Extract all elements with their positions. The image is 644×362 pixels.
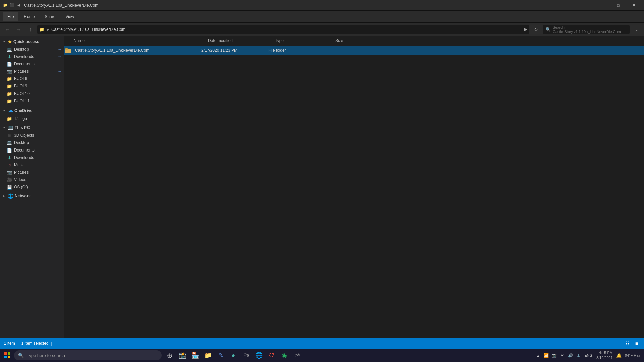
sidebar-item-osc[interactable]: 💾 OS (C:) (0, 183, 64, 191)
sidebar-item-buoi11[interactable]: 📁 BUOI 11 (0, 97, 64, 105)
ribbon-tab-file[interactable]: File (3, 12, 18, 21)
sidebar-item-desktop-qa[interactable]: 💻 Desktop ➙ (0, 46, 64, 53)
sidebar-item-music[interactable]: ♫ Music (0, 161, 64, 169)
sidebar-icon-star: ★ (8, 39, 12, 44)
sidebar-section-network[interactable]: ► 🌐 Network (0, 192, 64, 200)
tray-chevron[interactable]: ▲ (535, 349, 541, 361)
taskbar-app-fileexplorer[interactable]: 📁 (202, 349, 214, 361)
quick-access-chevron: ▼ (3, 40, 6, 43)
sidebar-label-buoi10: BUOI 10 (14, 91, 30, 96)
taskbar-app-ps[interactable]: Ps (240, 349, 252, 361)
folder-icon-tailieu: 📁 (7, 116, 12, 121)
sidebar-item-documents-qa[interactable]: 📄 Documents ➙ (0, 60, 64, 68)
sidebar-item-pictures-pc[interactable]: 📷 Pictures (0, 169, 64, 176)
taskbar-search[interactable]: 🔍 Type here to search (14, 350, 162, 360)
desktop-pc-icon: 💻 (7, 140, 12, 145)
clock[interactable]: 4:15 PM 8/19/2021 (595, 350, 614, 361)
back-button[interactable]: ← (3, 25, 12, 34)
title-bar-icons: 📁 ⬛ ◀ (3, 3, 21, 8)
sidebar-item-buoi9[interactable]: 📁 BUOI 9 (0, 82, 64, 90)
weather[interactable]: 94°F Rain (624, 353, 643, 358)
status-right: ☷ ■ (624, 340, 640, 347)
notification-icon[interactable]: 🔔 (615, 349, 622, 361)
taskbar-search-placeholder: Type here to search (26, 353, 65, 358)
address-path[interactable]: Castle.Story.v1.1.10a_LinkNeverDie.Com (51, 27, 522, 32)
pin-icon-desktop: ➙ (58, 48, 61, 51)
sidebar-section-quick-access[interactable]: ▼ ★ Quick access (0, 38, 64, 46)
expand-button[interactable]: ⌄ (632, 25, 641, 34)
sidebar-item-3dobjects[interactable]: ◾ 3D Objects (0, 132, 64, 139)
tray-input[interactable]: ⚓ (575, 349, 582, 361)
minimize-button[interactable]: – (595, 0, 610, 11)
sidebar-item-pictures-qa[interactable]: 📷 Pictures ➙ (0, 68, 64, 75)
sidebar-item-buoi6[interactable]: 📁 BUOI 6 (0, 75, 64, 82)
back-icon: ◀ (16, 3, 21, 8)
maximize-button[interactable]: □ (610, 0, 626, 11)
tray-volume[interactable]: 🔊 (567, 349, 574, 361)
status-item-count: 1 item (4, 341, 15, 346)
ribbon-tab-home[interactable]: Home (19, 12, 39, 21)
taskbar-language[interactable]: ENG (583, 353, 594, 358)
refresh-button[interactable]: ↻ (531, 25, 541, 34)
content-area: Name Date modified Type Size Castle.Stor… (64, 36, 644, 338)
task-view-button[interactable]: ⨁ (164, 349, 176, 361)
title-bar: 📁 ⬛ ◀ Castle.Story.v1.1.10a_LinkNeverDie… (0, 0, 644, 11)
downloads-pc-icon: ⬇ (7, 155, 12, 160)
tray-vpn[interactable]: V (559, 349, 566, 361)
taskbar: 🔍 Type here to search ⨁ 📸 🏪 📁 ✎ ● Ps 🌐 🛡… (0, 349, 644, 362)
search-box[interactable]: 🔍 Search Castle.Story.v1.1.10a_LinkNever… (543, 25, 630, 34)
start-button[interactable] (1, 349, 13, 361)
taskbar-app-notepad[interactable]: ✎ (215, 349, 227, 361)
sidebar-label-buoi6: BUOI 6 (14, 76, 27, 81)
ribbon: File Home Share View (0, 11, 644, 23)
taskbar-app-green[interactable]: ◉ (278, 349, 290, 361)
tray-network[interactable]: 📶 (543, 349, 549, 361)
desktop-icon: 💻 (7, 47, 12, 52)
window-controls[interactable]: – □ ✕ (595, 0, 641, 11)
taskbar-app-store[interactable]: 🏪 (189, 349, 201, 361)
large-icons-view-icon[interactable]: ■ (633, 340, 640, 347)
sidebar-item-tailieu[interactable]: 📁 Tài liệu (0, 115, 64, 122)
sidebar-section-onedrive[interactable]: ▼ ☁ OneDrive (0, 106, 64, 115)
thispc-chevron: ▼ (3, 126, 6, 129)
weather-label: 94°F Rain (625, 353, 641, 358)
sidebar-section-thispc[interactable]: ▼ 💻 This PC (0, 124, 64, 132)
taskbar-app-steam[interactable]: ♾ (291, 349, 303, 361)
close-button[interactable]: ✕ (626, 0, 641, 11)
up-button[interactable]: ↑ (25, 25, 35, 34)
sidebar-label-pictures-pc: Pictures (14, 170, 29, 175)
svg-rect-1 (65, 48, 68, 50)
sidebar-item-desktop-pc[interactable]: 💻 Desktop (0, 139, 64, 146)
sidebar-item-documents-pc[interactable]: 📄 Documents (0, 146, 64, 154)
sidebar-item-downloads-pc[interactable]: ⬇ Downloads (0, 154, 64, 161)
taskbar-app-widgets[interactable]: 📸 (176, 349, 189, 361)
table-row[interactable]: Castle.Story.v1.1.10a_LinkNeverDie.Com 2… (64, 46, 644, 55)
details-view-icon[interactable]: ☷ (624, 340, 631, 347)
search-placeholder: Search Castle.Story.v1.1.10a_LinkNeverDi… (553, 25, 627, 34)
ribbon-tab-view[interactable]: View (61, 12, 79, 21)
sidebar-label-thispc: This PC (15, 125, 30, 130)
forward-button[interactable]: → (14, 25, 23, 34)
sidebar-label-buoi11: BUOI 11 (14, 99, 30, 103)
network-icon: 🌐 (8, 193, 13, 199)
pin-icon-downloads: ➙ (58, 55, 61, 58)
music-icon: ♫ (7, 162, 12, 168)
sidebar-item-videos[interactable]: 🎥 Videos (0, 176, 64, 183)
col-header-type[interactable]: Type (273, 37, 333, 44)
col-header-date[interactable]: Date modified (206, 37, 273, 44)
tray-wifi[interactable]: 📷 (551, 349, 557, 361)
address-bar: ← → ↑ 📁 ► Castle.Story.v1.1.10a_LinkNeve… (0, 23, 644, 36)
col-header-name[interactable]: Name (72, 37, 206, 44)
taskbar-app-cmd[interactable]: ● (227, 349, 239, 361)
taskbar-app-chrome[interactable]: 🌐 (253, 349, 265, 361)
taskbar-app-anti[interactable]: 🛡 (266, 349, 278, 361)
ribbon-tab-share[interactable]: Share (40, 12, 60, 21)
sidebar-label-downloads-pc: Downloads (14, 155, 34, 160)
sidebar-label-videos: Videos (14, 177, 26, 182)
file-folder-icon (65, 47, 72, 54)
status-separator: | (18, 341, 19, 346)
sidebar-item-downloads-qa[interactable]: ⬇ Downloads ➙ (0, 53, 64, 60)
sidebar-label-downloads-qa: Downloads (14, 54, 34, 59)
col-header-size[interactable]: Size (333, 37, 374, 44)
sidebar-item-buoi10[interactable]: 📁 BUOI 10 (0, 90, 64, 97)
